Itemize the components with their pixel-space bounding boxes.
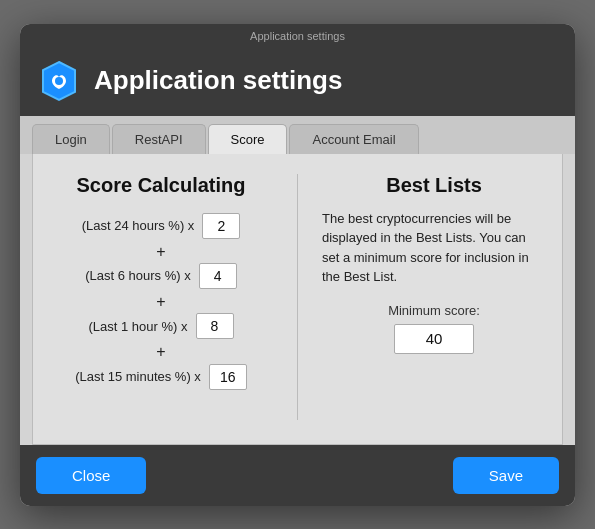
left-panel: Score Calculating (Last 24 hours %) x 2 … (49, 174, 273, 420)
plus-3: + (156, 341, 165, 363)
min-score-label: Minimum score: (388, 303, 480, 318)
right-panel-title: Best Lists (322, 174, 546, 197)
application-window: Application settings Application setting… (20, 24, 575, 506)
formula-value-3[interactable]: 8 (196, 313, 234, 339)
tabs-bar: Login RestAPI Score Account Email (20, 116, 575, 154)
min-score-input[interactable] (394, 324, 474, 354)
left-panel-title: Score Calculating (77, 174, 246, 197)
footer: Close Save (20, 445, 575, 506)
app-logo-icon (38, 60, 80, 102)
formula-label-1: (Last 24 hours %) x (82, 218, 195, 233)
right-panel-description: The best cryptocurrencies will be displa… (322, 209, 546, 287)
formula-label-3: (Last 1 hour %) x (89, 319, 188, 334)
close-button[interactable]: Close (36, 457, 146, 494)
plus-2: + (156, 291, 165, 313)
formula-row-3: (Last 1 hour %) x 8 (89, 313, 234, 339)
tab-account-email[interactable]: Account Email (289, 124, 418, 154)
tab-score[interactable]: Score (208, 124, 288, 154)
title-bar: Application settings (20, 24, 575, 48)
formula-row-2: (Last 6 hours %) x 4 (85, 263, 237, 289)
formula-value-4[interactable]: 16 (209, 364, 247, 390)
formula-table: (Last 24 hours %) x 2 + (Last 6 hours %)… (75, 213, 247, 392)
content-inner: Score Calculating (Last 24 hours %) x 2 … (33, 154, 562, 444)
formula-row-4: (Last 15 minutes %) x 16 (75, 364, 247, 390)
formula-row-1: (Last 24 hours %) x 2 (82, 213, 241, 239)
formula-label-2: (Last 6 hours %) x (85, 268, 191, 283)
formula-value-1[interactable]: 2 (202, 213, 240, 239)
content-area: Score Calculating (Last 24 hours %) x 2 … (32, 154, 563, 445)
header: Application settings (20, 48, 575, 116)
formula-label-4: (Last 15 minutes %) x (75, 369, 201, 384)
title-bar-text: Application settings (250, 30, 345, 42)
panel-divider (297, 174, 298, 420)
right-panel: Best Lists The best cryptocurrencies wil… (322, 174, 546, 420)
svg-point-1 (55, 77, 63, 85)
tab-login[interactable]: Login (32, 124, 110, 154)
plus-1: + (156, 241, 165, 263)
header-title: Application settings (94, 65, 342, 96)
formula-value-2[interactable]: 4 (199, 263, 237, 289)
min-score-section: Minimum score: (322, 303, 546, 354)
save-button[interactable]: Save (453, 457, 559, 494)
tab-restapi[interactable]: RestAPI (112, 124, 206, 154)
